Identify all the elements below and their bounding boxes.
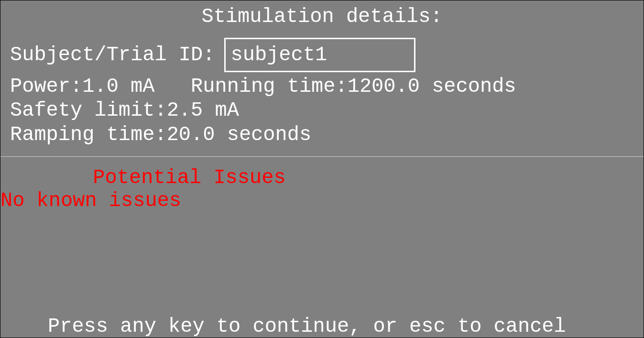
issues-text: No known issues bbox=[0, 189, 644, 212]
details-section: Stimulation details: Subject/Trial ID: P… bbox=[0, 0, 644, 157]
issues-title: Potential Issues bbox=[0, 166, 378, 189]
page-title: Stimulation details: bbox=[10, 5, 634, 28]
subject-input[interactable] bbox=[224, 38, 415, 72]
power-running-line: Power:1.0 mA Running time:1200.0 seconds bbox=[10, 75, 634, 98]
subject-label: Subject/Trial ID: bbox=[10, 44, 215, 66]
ramping-line: Ramping time:20.0 seconds bbox=[10, 123, 634, 147]
subject-row: Subject/Trial ID: bbox=[10, 38, 634, 72]
issues-section: Potential Issues No known issues bbox=[0, 157, 644, 212]
continue-prompt: Press any key to continue, or esc to can… bbox=[48, 315, 566, 338]
safety-line: Safety limit:2.5 mA bbox=[10, 98, 634, 122]
